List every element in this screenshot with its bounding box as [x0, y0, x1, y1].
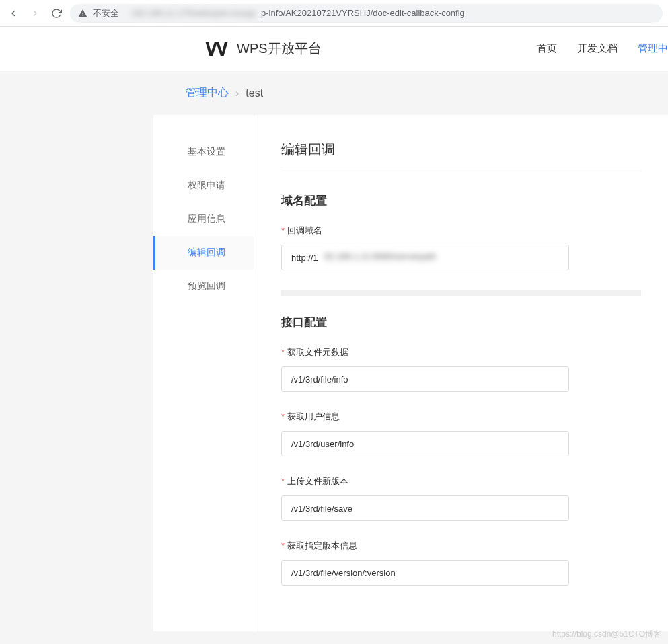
- breadcrumb-current: test: [246, 87, 263, 99]
- back-button[interactable]: [5, 5, 22, 22]
- url-hidden: 192.168.11.175/webopen.ksopp: [131, 8, 256, 18]
- sidebar-item-edit-callback[interactable]: 编辑回调: [153, 236, 254, 270]
- url-visible: p-info/AK20210721VYRSHJ/doc-edit-callbac…: [261, 8, 465, 18]
- required-star-icon: *: [281, 540, 285, 551]
- section-api-config: 接口配置: [281, 315, 641, 330]
- site-header: WPS开放平台 首页 开发文档 管理中: [0, 27, 668, 71]
- section-divider: [281, 290, 641, 296]
- label-file-save: *上传文件新版本: [281, 475, 641, 487]
- field-callback-domain: *回调域名 92.168.1.21:8080/serverpath: [281, 225, 641, 270]
- logo-area[interactable]: WPS开放平台: [205, 40, 322, 58]
- input-user-info[interactable]: [281, 431, 569, 456]
- field-user-info: *获取用户信息: [281, 411, 641, 456]
- browser-toolbar: 不安全 192.168.11.175/webopen.ksoppp-info/A…: [0, 0, 668, 27]
- brand-text: WPS开放平台: [237, 40, 322, 58]
- label-callback-domain: *回调域名: [281, 225, 641, 237]
- field-file-save: *上传文件新版本: [281, 475, 641, 521]
- sidebar: 基本设置 权限申请 应用信息 编辑回调 预览回调: [153, 115, 254, 631]
- watermark: https://blog.csdn@51CTO博客: [552, 629, 661, 631]
- content-area: 编辑回调 域名配置 *回调域名 92.168.1.21:8080/serverp…: [254, 115, 668, 631]
- field-file-version: *获取指定版本信息: [281, 540, 641, 586]
- required-star-icon: *: [281, 347, 285, 357]
- main-layout: 基本设置 权限申请 应用信息 编辑回调 预览回调 编辑回调 域名配置 *回调域名…: [153, 115, 668, 631]
- nav-admin[interactable]: 管理中: [638, 42, 668, 55]
- section-domain-config: 域名配置: [281, 193, 641, 208]
- required-star-icon: *: [281, 411, 285, 421]
- reload-button[interactable]: [48, 5, 65, 22]
- address-bar[interactable]: 不安全 192.168.11.175/webopen.ksoppp-info/A…: [70, 4, 663, 23]
- required-star-icon: *: [281, 476, 285, 486]
- sidebar-item-preview-callback[interactable]: 预览回调: [153, 270, 254, 303]
- page-title: 编辑回调: [281, 140, 641, 171]
- chevron-right-icon: ›: [235, 87, 239, 99]
- nav-docs[interactable]: 开发文档: [577, 42, 618, 55]
- label-file-info: *获取文件元数据: [281, 346, 641, 358]
- insecure-label: 不安全: [93, 7, 119, 19]
- label-user-info: *获取用户信息: [281, 411, 641, 423]
- sidebar-item-basic[interactable]: 基本设置: [153, 135, 254, 169]
- forward-button[interactable]: [27, 5, 43, 22]
- input-file-info[interactable]: [281, 366, 569, 392]
- input-callback-domain[interactable]: [281, 245, 569, 270]
- input-file-version[interactable]: [281, 560, 569, 586]
- insecure-icon: [78, 9, 87, 18]
- nav-home[interactable]: 首页: [537, 42, 557, 55]
- breadcrumb-link-admin[interactable]: 管理中心: [186, 86, 229, 100]
- sidebar-item-appinfo[interactable]: 应用信息: [153, 202, 254, 236]
- label-file-version: *获取指定版本信息: [281, 540, 641, 552]
- sidebar-item-perm[interactable]: 权限申请: [153, 169, 254, 202]
- field-file-info: *获取文件元数据: [281, 346, 641, 392]
- wps-logo-icon: [205, 40, 229, 58]
- header-nav: 首页 开发文档 管理中: [537, 42, 668, 55]
- input-file-save[interactable]: [281, 495, 569, 521]
- breadcrumb: 管理中心 › test: [0, 71, 668, 115]
- required-star-icon: *: [281, 225, 285, 235]
